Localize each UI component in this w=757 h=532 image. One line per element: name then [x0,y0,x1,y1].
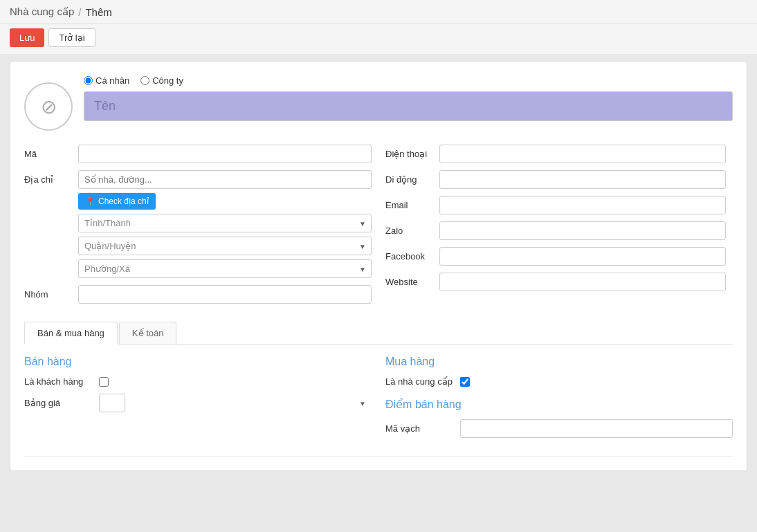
ward-select[interactable]: Phường/Xã [78,259,372,278]
tab-ban-mua-hang[interactable]: Bán & mua hàng [24,322,118,345]
nhom-label: Nhóm [24,285,73,300]
tab-ke-toan[interactable]: Kế toán [119,322,177,344]
la-khach-hang-label: Là khách hàng [24,376,93,387]
tabs-container: Bán & mua hàng Kế toán [24,322,733,345]
radio-cong-ty[interactable]: Công ty [140,75,183,86]
la-khach-hang-checkbox[interactable] [99,377,109,387]
radio-ca-nhan-label: Cá nhân [95,75,129,86]
bang-gia-select[interactable] [99,394,125,412]
district-select-wrapper: Quận/Huyện ▼ [78,237,372,255]
breadcrumb-separator: / [78,6,81,18]
ma-vach-label: Mã vạch [385,423,455,434]
mua-hang-section: Mua hàng Là nhà cung cấp Điểm bán hàng M… [385,356,733,445]
save-button[interactable]: Lưu [10,28,44,47]
name-input[interactable] [84,91,733,121]
website-input[interactable] [439,273,726,291]
ban-hang-title: Bán hàng [24,356,372,368]
address-section: 📍 Check địa chỉ Tỉnh/Thành ▼ Quận/Huyện [78,170,372,278]
didong-input[interactable] [439,170,726,189]
pin-icon: 📍 [85,196,95,206]
ban-hang-section: Bán hàng Là khách hàng Bảng giá ▼ [24,356,372,445]
check-address-label: Check địa chỉ [98,196,149,206]
zalo-label: Zalo [385,221,434,236]
banggia-chevron-icon: ▼ [359,399,366,407]
facebook-label: Facebook [385,247,434,262]
district-select[interactable]: Quận/Huyện [78,237,372,255]
bottom-divider [24,456,733,457]
la-nha-cung-cap-label: Là nhà cung cấp [385,376,455,387]
website-label: Website [385,273,434,287]
email-input[interactable] [439,196,726,214]
ma-vach-input[interactable] [460,419,733,438]
bang-gia-label: Bảng giá [24,398,93,408]
province-select[interactable]: Tỉnh/Thành [78,214,372,232]
breadcrumb-parent: Nhà cung cấp [10,6,74,18]
mua-hang-title: Mua hàng [385,356,733,368]
la-nha-cung-cap-checkbox[interactable] [460,377,470,387]
diachi-label: Địa chỉ [24,170,73,185]
didong-label: Di động [385,170,434,185]
back-button[interactable]: Trở lại [48,28,95,47]
dienthoai-input[interactable] [439,145,726,163]
breadcrumb-current: Thêm [85,6,111,18]
ward-select-wrapper: Phường/Xã ▼ [78,259,372,278]
diem-ban-hang-title: Điểm bán hàng [385,398,733,411]
ma-input[interactable] [78,145,372,163]
email-label: Email [385,196,434,210]
nhom-input[interactable] [78,285,372,304]
street-input[interactable] [78,170,372,189]
tab-content-ban-mua-hang: Bán hàng Là khách hàng Bảng giá ▼ Mua hà… [24,356,733,445]
zalo-input[interactable] [439,221,726,240]
check-address-button[interactable]: 📍 Check địa chỉ [78,193,156,210]
radio-ca-nhan[interactable]: Cá nhân [84,75,129,86]
ma-label: Mã [24,145,73,159]
type-radio-group: Cá nhân Công ty [84,75,733,86]
bang-gia-select-wrapper: ▼ [99,394,372,412]
province-select-wrapper: Tỉnh/Thành ▼ [78,214,372,232]
facebook-input[interactable] [439,247,726,266]
dienthoai-label: Điện thoại [385,145,434,159]
camera-icon: ⊘ [41,95,57,118]
avatar[interactable]: ⊘ [24,82,73,131]
radio-cong-ty-label: Công ty [152,75,183,86]
